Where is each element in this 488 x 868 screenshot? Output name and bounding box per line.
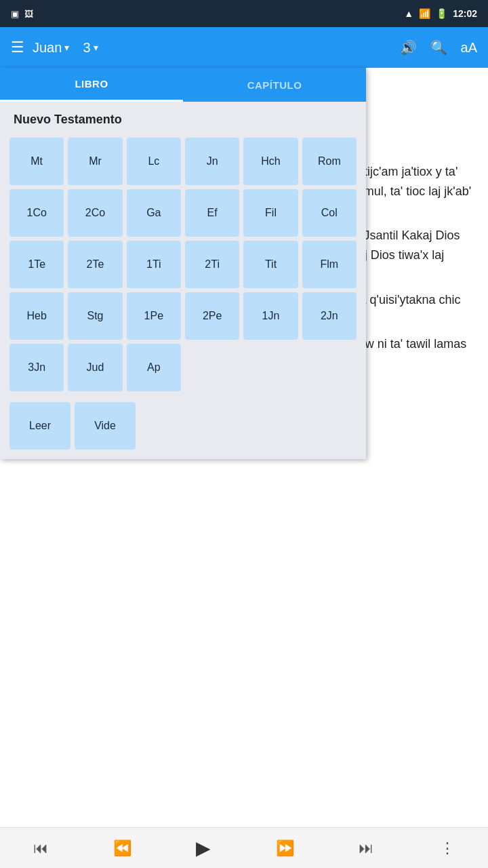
book-btn-ti[interactable]: 1Ti	[127, 241, 181, 288]
book-btn-ef[interactable]: Ef	[185, 189, 239, 237]
book-btn-ap[interactable]: Ap	[127, 344, 181, 391]
menu-button[interactable]: ☰	[11, 39, 24, 56]
book-title: Juan	[33, 40, 62, 56]
book-btn-flm[interactable]: Flm	[302, 241, 357, 288]
search-button[interactable]: 🔍	[430, 39, 447, 56]
clock: 12:02	[453, 8, 477, 19]
book-btn-co[interactable]: 1Co	[9, 189, 64, 237]
rewind-button[interactable]: ⏪	[105, 831, 139, 865]
book-btn-heb[interactable]: Heb	[9, 292, 64, 340]
wifi-icon: ▲	[404, 8, 413, 19]
status-bar: ▣ 🖼 ▲ 📶 🔋 12:02	[0, 0, 488, 27]
book-btn-mt[interactable]: Mt	[9, 138, 64, 185]
nuevo-testamento-heading: Nuevo Testamento	[0, 102, 366, 134]
chapter-selector[interactable]: 3 ▾	[83, 40, 98, 56]
book-btn-hch[interactable]: Hch	[243, 138, 298, 185]
chapter-number: 3	[83, 40, 90, 56]
book-btn-te[interactable]: 1Te	[9, 241, 64, 288]
play-button[interactable]: ▶	[186, 831, 220, 865]
book-btn-rom[interactable]: Rom	[302, 138, 357, 185]
chapter-dropdown-arrow: ▾	[94, 42, 98, 53]
action-buttons: LeerVide	[0, 398, 366, 459]
book-btn-col[interactable]: Col	[302, 189, 357, 237]
more-options-button[interactable]: ⋮	[430, 831, 464, 865]
book-selector[interactable]: Juan ▾	[33, 40, 69, 56]
book-grid: MtMrLcJnHchRom1Co2CoGaEfFilCol1Te2Te1Ti2…	[0, 134, 366, 398]
fast-forward-button[interactable]: ⏩	[268, 831, 302, 865]
font-size-button[interactable]: aA	[461, 40, 477, 56]
status-left-icons: ▣ 🖼	[11, 9, 33, 19]
tab-libro[interactable]: LIBRO	[0, 68, 183, 102]
action-btn-leer[interactable]: Leer	[9, 402, 70, 450]
book-btn-ga[interactable]: Ga	[127, 189, 181, 237]
battery-icon: 🔋	[436, 8, 447, 19]
book-btn-co[interactable]: 2Co	[68, 189, 122, 237]
sound-button[interactable]: 🔊	[400, 39, 417, 56]
book-btn-stg[interactable]: Stg	[68, 292, 122, 340]
tab-capitulo[interactable]: CAPÍTULO	[183, 68, 366, 102]
app-bar-icons: 🔊 🔍 aA	[400, 39, 477, 56]
book-btn-ti[interactable]: 2Ti	[185, 241, 239, 288]
book-btn-te[interactable]: 2Te	[68, 241, 122, 288]
app-bar: ☰ Juan ▾ 3 ▾ 🔊 🔍 aA	[0, 27, 488, 68]
signal-icon: 📶	[419, 8, 430, 19]
book-btn-jn[interactable]: 3Jn	[9, 344, 64, 391]
skip-forward-button[interactable]: ⏭	[349, 831, 383, 865]
action-btn-vide[interactable]: Vide	[75, 402, 136, 450]
bottom-bar: ⏮ ⏪ ▶ ⏩ ⏭ ⋮	[0, 827, 488, 868]
book-btn-jn[interactable]: Jn	[185, 138, 239, 185]
book-btn-tit[interactable]: Tit	[243, 241, 298, 288]
screen-icon: ▣	[11, 9, 19, 19]
book-btn-fil[interactable]: Fil	[243, 189, 298, 237]
book-dropdown-arrow: ▾	[64, 42, 69, 53]
book-btn-pe[interactable]: 1Pe	[127, 292, 181, 340]
book-btn-lc[interactable]: Lc	[127, 138, 181, 185]
book-dropdown-panel: LIBRO CAPÍTULO Nuevo Testamento MtMrLcJn…	[0, 68, 366, 459]
skip-back-button[interactable]: ⏮	[24, 831, 58, 865]
book-btn-jud[interactable]: Jud	[68, 344, 122, 391]
book-btn-pe[interactable]: 2Pe	[185, 292, 239, 340]
image-icon: 🖼	[24, 9, 33, 19]
book-btn-jn[interactable]: 2Jn	[302, 292, 357, 340]
book-btn-jn[interactable]: 1Jn	[243, 292, 298, 340]
book-btn-mr[interactable]: Mr	[68, 138, 122, 185]
dropdown-tabs: LIBRO CAPÍTULO	[0, 68, 366, 102]
status-right-icons: ▲ 📶 🔋 12:02	[404, 8, 477, 19]
content-area: odemo odemo ri' k rijajl o' y xij re: wc…	[0, 68, 488, 827]
